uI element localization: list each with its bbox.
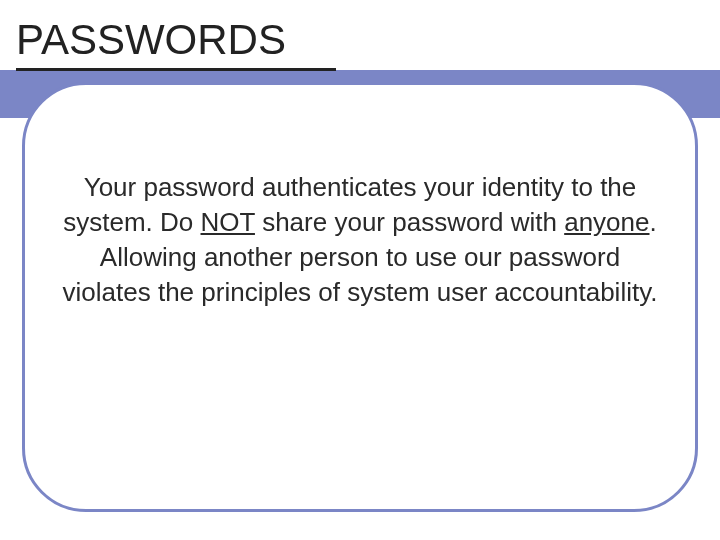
body-anyone: anyone (564, 207, 649, 237)
body-seg2: share your password with (255, 207, 564, 237)
body-not: NOT (201, 207, 255, 237)
slide-title: PASSWORDS (16, 16, 286, 64)
body-text: Your password authenticates your identit… (60, 170, 660, 310)
title-underline (16, 68, 336, 71)
slide: PASSWORDS Your password authenticates yo… (0, 0, 720, 540)
